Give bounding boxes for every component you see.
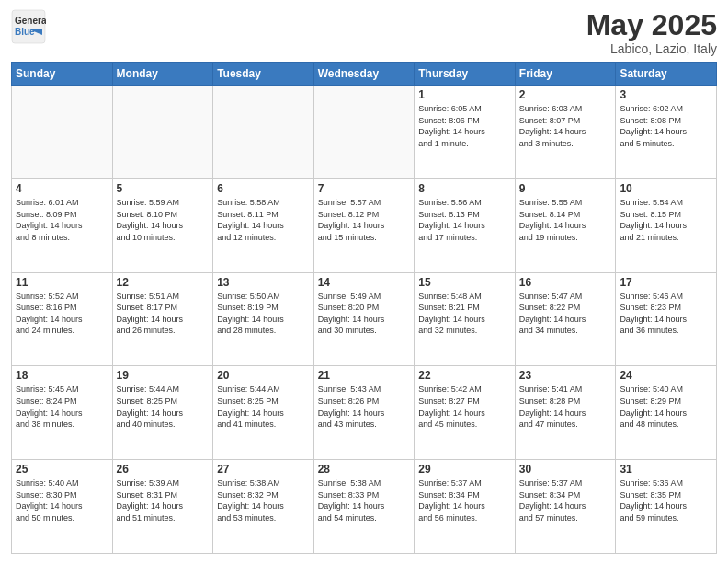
day-info: Sunrise: 6:03 AM Sunset: 8:07 PM Dayligh… (519, 103, 612, 149)
table-row: 4Sunrise: 6:01 AM Sunset: 8:09 PM Daylig… (12, 178, 113, 272)
day-number: 31 (620, 463, 712, 476)
day-number: 12 (117, 276, 210, 289)
week-row-2: 4Sunrise: 6:01 AM Sunset: 8:09 PM Daylig… (12, 178, 717, 272)
day-info: Sunrise: 5:52 AM Sunset: 8:16 PM Dayligh… (16, 291, 108, 337)
table-row: 14Sunrise: 5:49 AM Sunset: 8:20 PM Dayli… (313, 272, 415, 366)
day-info: Sunrise: 5:41 AM Sunset: 8:28 PM Dayligh… (519, 384, 612, 430)
day-info: Sunrise: 5:38 AM Sunset: 8:32 PM Dayligh… (217, 477, 310, 523)
day-info: Sunrise: 5:40 AM Sunset: 8:29 PM Dayligh… (620, 384, 712, 430)
day-info: Sunrise: 6:01 AM Sunset: 8:09 PM Dayligh… (16, 197, 108, 243)
day-number: 15 (418, 276, 511, 289)
table-row: 18Sunrise: 5:45 AM Sunset: 8:24 PM Dayli… (12, 366, 113, 460)
col-thursday: Thursday (415, 63, 516, 86)
day-number: 3 (620, 88, 712, 101)
day-info: Sunrise: 5:49 AM Sunset: 8:20 PM Dayligh… (318, 291, 411, 337)
day-info: Sunrise: 5:57 AM Sunset: 8:12 PM Dayligh… (318, 197, 411, 243)
day-number: 1 (418, 88, 511, 101)
calendar-location: Labico, Lazio, Italy (586, 41, 717, 56)
day-info: Sunrise: 5:45 AM Sunset: 8:24 PM Dayligh… (16, 384, 108, 430)
day-number: 25 (16, 463, 108, 476)
table-row: 13Sunrise: 5:50 AM Sunset: 8:19 PM Dayli… (213, 272, 314, 366)
table-row: 28Sunrise: 5:38 AM Sunset: 8:33 PM Dayli… (313, 460, 415, 554)
day-info: Sunrise: 5:51 AM Sunset: 8:17 PM Dayligh… (117, 291, 210, 337)
day-number: 26 (117, 463, 210, 476)
day-number: 9 (519, 182, 612, 195)
day-info: Sunrise: 5:38 AM Sunset: 8:33 PM Dayligh… (318, 477, 411, 523)
col-wednesday: Wednesday (313, 63, 415, 86)
day-number: 27 (217, 463, 310, 476)
day-number: 22 (418, 369, 511, 382)
day-info: Sunrise: 6:02 AM Sunset: 8:08 PM Dayligh… (620, 103, 712, 149)
day-info: Sunrise: 5:48 AM Sunset: 8:21 PM Dayligh… (418, 291, 511, 337)
day-number: 16 (519, 276, 612, 289)
col-tuesday: Tuesday (213, 63, 314, 86)
day-number: 28 (318, 463, 411, 476)
week-row-5: 25Sunrise: 5:40 AM Sunset: 8:30 PM Dayli… (12, 460, 717, 554)
table-row: 31Sunrise: 5:36 AM Sunset: 8:35 PM Dayli… (616, 460, 717, 554)
day-info: Sunrise: 5:50 AM Sunset: 8:19 PM Dayligh… (217, 291, 310, 337)
calendar-header-row: Sunday Monday Tuesday Wednesday Thursday… (12, 63, 717, 86)
day-info: Sunrise: 5:42 AM Sunset: 8:27 PM Dayligh… (418, 384, 511, 430)
table-row: 21Sunrise: 5:43 AM Sunset: 8:26 PM Dayli… (313, 366, 415, 460)
week-row-1: 1Sunrise: 6:05 AM Sunset: 8:06 PM Daylig… (12, 86, 717, 179)
table-row: 27Sunrise: 5:38 AM Sunset: 8:32 PM Dayli… (213, 460, 314, 554)
table-row: 17Sunrise: 5:46 AM Sunset: 8:23 PM Dayli… (616, 272, 717, 366)
day-number: 29 (418, 463, 511, 476)
table-row: 9Sunrise: 5:55 AM Sunset: 8:14 PM Daylig… (515, 178, 616, 272)
day-number: 30 (519, 463, 612, 476)
table-row (313, 86, 415, 179)
day-info: Sunrise: 6:05 AM Sunset: 8:06 PM Dayligh… (418, 103, 511, 149)
day-info: Sunrise: 5:58 AM Sunset: 8:11 PM Dayligh… (217, 197, 310, 243)
day-info: Sunrise: 5:43 AM Sunset: 8:26 PM Dayligh… (318, 384, 411, 430)
table-row: 24Sunrise: 5:40 AM Sunset: 8:29 PM Dayli… (616, 366, 717, 460)
table-row: 6Sunrise: 5:58 AM Sunset: 8:11 PM Daylig… (213, 178, 314, 272)
day-number: 14 (318, 276, 411, 289)
table-row (112, 86, 213, 179)
day-number: 6 (217, 182, 310, 195)
table-row: 11Sunrise: 5:52 AM Sunset: 8:16 PM Dayli… (12, 272, 113, 366)
logo: General Blue (11, 9, 46, 48)
day-number: 11 (16, 276, 108, 289)
day-info: Sunrise: 5:37 AM Sunset: 8:34 PM Dayligh… (519, 477, 612, 523)
table-row: 10Sunrise: 5:54 AM Sunset: 8:15 PM Dayli… (616, 178, 717, 272)
day-number: 10 (620, 182, 712, 195)
col-monday: Monday (112, 63, 213, 86)
day-number: 20 (217, 369, 310, 382)
day-number: 4 (16, 182, 108, 195)
day-info: Sunrise: 5:40 AM Sunset: 8:30 PM Dayligh… (16, 477, 108, 523)
day-number: 19 (117, 369, 210, 382)
day-number: 2 (519, 88, 612, 101)
table-row: 2Sunrise: 6:03 AM Sunset: 8:07 PM Daylig… (515, 86, 616, 179)
col-friday: Friday (515, 63, 616, 86)
table-row: 22Sunrise: 5:42 AM Sunset: 8:27 PM Dayli… (415, 366, 516, 460)
table-row: 7Sunrise: 5:57 AM Sunset: 8:12 PM Daylig… (313, 178, 415, 272)
table-row: 5Sunrise: 5:59 AM Sunset: 8:10 PM Daylig… (112, 178, 213, 272)
header: General Blue May 2025 Labico, Lazio, Ita… (11, 9, 717, 56)
table-row: 29Sunrise: 5:37 AM Sunset: 8:34 PM Dayli… (415, 460, 516, 554)
table-row (12, 86, 113, 179)
day-number: 8 (418, 182, 511, 195)
day-info: Sunrise: 5:47 AM Sunset: 8:22 PM Dayligh… (519, 291, 612, 337)
day-info: Sunrise: 5:46 AM Sunset: 8:23 PM Dayligh… (620, 291, 712, 337)
title-block: May 2025 Labico, Lazio, Italy (586, 9, 717, 56)
table-row: 8Sunrise: 5:56 AM Sunset: 8:13 PM Daylig… (415, 178, 516, 272)
day-info: Sunrise: 5:39 AM Sunset: 8:31 PM Dayligh… (117, 477, 210, 523)
table-row: 23Sunrise: 5:41 AM Sunset: 8:28 PM Dayli… (515, 366, 616, 460)
calendar-title: May 2025 (586, 9, 717, 41)
day-info: Sunrise: 5:56 AM Sunset: 8:13 PM Dayligh… (418, 197, 511, 243)
table-row: 16Sunrise: 5:47 AM Sunset: 8:22 PM Dayli… (515, 272, 616, 366)
table-row (213, 86, 314, 179)
table-row: 26Sunrise: 5:39 AM Sunset: 8:31 PM Dayli… (112, 460, 213, 554)
week-row-4: 18Sunrise: 5:45 AM Sunset: 8:24 PM Dayli… (12, 366, 717, 460)
day-number: 13 (217, 276, 310, 289)
day-number: 23 (519, 369, 612, 382)
week-row-3: 11Sunrise: 5:52 AM Sunset: 8:16 PM Dayli… (12, 272, 717, 366)
table-row: 12Sunrise: 5:51 AM Sunset: 8:17 PM Dayli… (112, 272, 213, 366)
day-info: Sunrise: 5:36 AM Sunset: 8:35 PM Dayligh… (620, 477, 712, 523)
table-row: 15Sunrise: 5:48 AM Sunset: 8:21 PM Dayli… (415, 272, 516, 366)
day-info: Sunrise: 5:54 AM Sunset: 8:15 PM Dayligh… (620, 197, 712, 243)
table-row: 3Sunrise: 6:02 AM Sunset: 8:08 PM Daylig… (616, 86, 717, 179)
table-row: 25Sunrise: 5:40 AM Sunset: 8:30 PM Dayli… (12, 460, 113, 554)
day-info: Sunrise: 5:37 AM Sunset: 8:34 PM Dayligh… (418, 477, 511, 523)
table-row: 1Sunrise: 6:05 AM Sunset: 8:06 PM Daylig… (415, 86, 516, 179)
